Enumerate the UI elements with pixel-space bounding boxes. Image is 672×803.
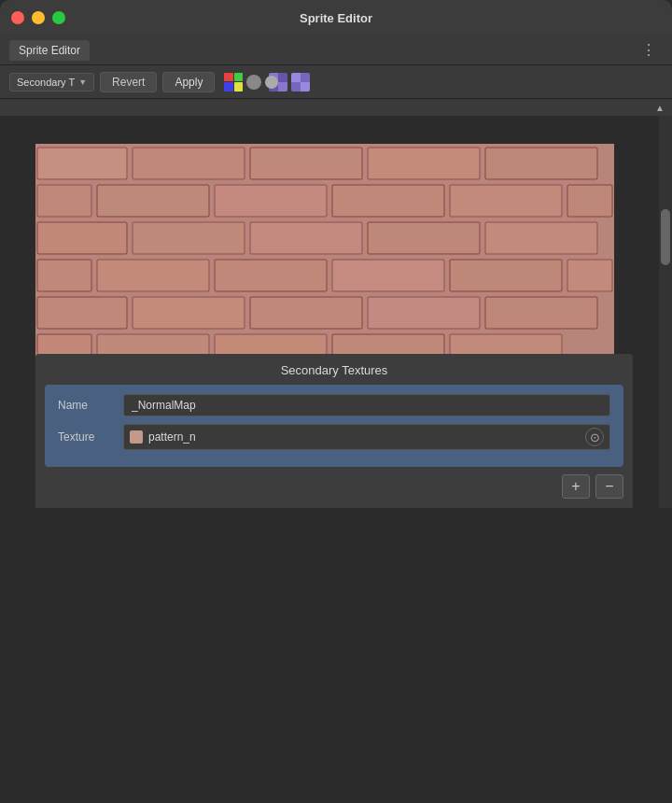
maximize-button[interactable] [52,11,65,24]
svg-rect-20 [332,260,444,291]
svg-rect-1 [37,148,127,179]
remove-button[interactable]: − [595,474,623,499]
scroll-top-indicator: ▲ [0,99,672,116]
svg-rect-7 [97,185,209,217]
add-button[interactable]: + [562,474,590,499]
target-picker-icon[interactable]: ⊙ [585,428,604,446]
svg-rect-8 [215,185,327,217]
slider-thumb[interactable] [265,76,278,89]
window-title: Sprite Editor [300,11,372,25]
apply-button[interactable]: Apply [162,72,215,92]
svg-rect-32 [450,334,562,355]
texture-field[interactable]: pattern_n ⊙ [123,424,610,450]
more-options-button[interactable]: ⋮ [636,39,663,61]
texture-name: pattern_n [148,430,580,444]
canvas-area: Secondary Textures Name Texture pattern_… [0,116,672,508]
sprite-canvas[interactable] [35,144,614,359]
toolbar-row2: Secondary T ▼ Revert Apply [0,65,672,99]
revert-button[interactable]: Revert [100,72,157,92]
secondary-textures-dropdown[interactable]: Secondary T ▼ [9,73,94,92]
svg-rect-2 [133,148,245,179]
svg-rect-25 [250,297,362,329]
svg-rect-13 [133,222,245,254]
svg-rect-30 [215,334,327,355]
name-field-row: Name [58,394,610,416]
svg-rect-19 [215,260,327,291]
svg-rect-21 [450,260,562,291]
svg-rect-11 [567,185,612,217]
svg-rect-18 [97,260,209,291]
secondary-textures-panel: Secondary Textures Name Texture pattern_… [35,354,633,508]
svg-rect-16 [485,222,597,254]
svg-rect-12 [37,222,127,254]
traffic-lights [11,11,65,24]
color-mode-icon[interactable] [224,73,243,92]
toolbar-icons [224,73,310,92]
minimize-button[interactable] [32,11,45,24]
slider-left-icon [246,75,261,90]
name-input[interactable] [123,394,610,416]
tab-sprite-editor[interactable]: Sprite Editor [9,40,90,61]
texture-field-row: Texture pattern_n ⊙ [58,424,610,450]
panel-title: Secondary Textures [35,354,633,385]
texture-thumbnail [130,430,143,444]
svg-rect-31 [332,334,444,355]
svg-rect-24 [133,297,245,329]
svg-rect-22 [567,260,612,291]
svg-rect-5 [485,148,597,179]
svg-rect-6 [37,185,91,217]
svg-rect-27 [485,297,597,329]
svg-rect-23 [37,297,127,329]
vertical-scrollbar[interactable] [659,116,672,508]
name-label: Name [58,399,123,412]
scrollbar-thumb[interactable] [661,209,670,265]
svg-rect-28 [37,334,91,355]
svg-rect-26 [368,297,480,329]
zoom-slider-container [246,73,310,92]
title-bar: Sprite Editor [0,0,672,35]
close-button[interactable] [11,11,24,24]
chevron-down-icon: ▼ [78,77,87,87]
svg-rect-4 [368,148,480,179]
svg-rect-29 [97,334,209,355]
svg-rect-14 [250,222,362,254]
panel-actions: + − [45,474,623,499]
panel-content: Name Texture pattern_n ⊙ [45,385,623,467]
checker2-icon[interactable] [291,73,310,92]
svg-rect-15 [368,222,480,254]
svg-rect-9 [332,185,444,217]
svg-rect-3 [250,148,362,179]
toolbar-row1: Sprite Editor ⋮ [0,35,672,65]
svg-rect-10 [450,185,562,217]
texture-label: Texture [58,430,123,444]
scroll-up-icon: ▲ [655,103,665,113]
svg-rect-17 [37,260,91,291]
